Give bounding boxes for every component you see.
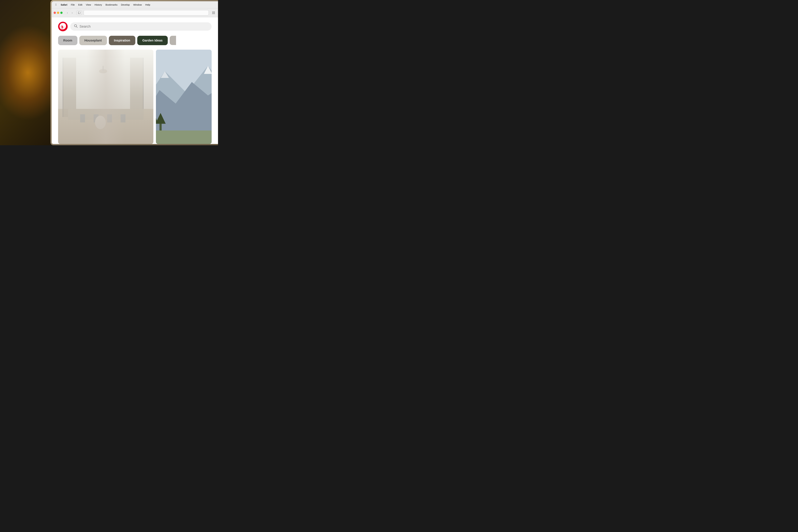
svg-point-2 bbox=[212, 12, 213, 12]
category-pill-inspiration[interactable]: Inspiration bbox=[109, 36, 135, 45]
svg-point-29 bbox=[95, 116, 106, 129]
landscape-image bbox=[156, 50, 212, 144]
svg-rect-20 bbox=[143, 58, 144, 117]
nav-buttons: ‹ › bbox=[65, 11, 74, 15]
svg-rect-15 bbox=[63, 58, 144, 122]
svg-point-6 bbox=[213, 13, 214, 13]
svg-rect-14 bbox=[58, 50, 153, 144]
svg-rect-19 bbox=[130, 58, 144, 117]
file-menu-item[interactable]: File bbox=[70, 3, 76, 7]
browser-toolbar: ‹ › bbox=[52, 8, 218, 17]
macos-menu-bar:  Safari File Edit View History Bookmark… bbox=[52, 1, 218, 8]
svg-rect-17 bbox=[63, 58, 76, 117]
svg-rect-23 bbox=[102, 66, 103, 71]
category-pill-partial bbox=[170, 36, 176, 45]
svg-rect-18 bbox=[63, 58, 63, 117]
svg-point-4 bbox=[214, 12, 215, 12]
monitor-bezel:  Safari File Edit View History Bookmark… bbox=[51, 0, 218, 145]
sidebar-toggle-button[interactable] bbox=[77, 11, 82, 15]
category-pill-garden-ideas[interactable]: Garden Ideas bbox=[137, 36, 168, 45]
browser-content: Search Room Houseplant Inspiration Garde… bbox=[52, 17, 218, 144]
history-menu-item[interactable]: History bbox=[93, 3, 103, 7]
grid-dots-icon bbox=[212, 11, 215, 14]
svg-rect-39 bbox=[156, 131, 212, 144]
svg-rect-26 bbox=[94, 114, 98, 122]
svg-rect-0 bbox=[78, 12, 80, 14]
traffic-lights bbox=[54, 12, 62, 14]
category-pill-room[interactable]: Room bbox=[58, 36, 77, 45]
develop-menu-item[interactable]: Develop bbox=[120, 3, 131, 7]
svg-rect-24 bbox=[68, 109, 144, 120]
minimize-button[interactable] bbox=[57, 12, 59, 14]
search-icon bbox=[74, 24, 78, 29]
maximize-button[interactable] bbox=[60, 12, 62, 14]
svg-point-8 bbox=[212, 14, 213, 14]
mac-frame:  Safari File Edit View History Bookmark… bbox=[0, 0, 218, 145]
search-placeholder-text: Search bbox=[79, 24, 91, 28]
safari-menu-item[interactable]: Safari bbox=[59, 3, 69, 7]
svg-rect-28 bbox=[121, 114, 126, 122]
image-card-landscape[interactable] bbox=[156, 50, 212, 144]
svg-rect-25 bbox=[80, 114, 85, 122]
svg-point-9 bbox=[213, 14, 214, 14]
monitor-screen-area:  Safari File Edit View History Bookmark… bbox=[52, 1, 218, 144]
address-bar[interactable] bbox=[83, 10, 209, 16]
screen:  Safari File Edit View History Bookmark… bbox=[52, 1, 218, 144]
apple-menu-item[interactable]:  bbox=[54, 3, 58, 7]
image-grid bbox=[52, 49, 218, 144]
svg-point-5 bbox=[212, 13, 213, 13]
pinterest-logo bbox=[58, 22, 68, 31]
category-row: Room Houseplant Inspiration Garden Ideas bbox=[52, 35, 218, 49]
svg-rect-21 bbox=[76, 58, 130, 109]
tab-grid-button[interactable] bbox=[211, 11, 216, 15]
forward-button[interactable]: › bbox=[70, 11, 74, 15]
window-menu-item[interactable]: Window bbox=[132, 3, 143, 7]
svg-point-10 bbox=[214, 14, 215, 14]
svg-line-13 bbox=[76, 26, 77, 27]
svg-rect-16 bbox=[58, 109, 153, 144]
edit-menu-item[interactable]: Edit bbox=[77, 3, 83, 7]
view-menu-item[interactable]: View bbox=[84, 3, 92, 7]
help-menu-item[interactable]: Help bbox=[144, 3, 151, 7]
sidebar-icon bbox=[78, 12, 80, 14]
svg-point-7 bbox=[214, 13, 215, 13]
bookmarks-menu-item[interactable]: Bookmarks bbox=[104, 3, 119, 7]
pinterest-header: Search bbox=[52, 17, 218, 35]
search-bar[interactable]: Search bbox=[70, 22, 212, 31]
close-button[interactable] bbox=[54, 12, 56, 14]
image-card-kitchen[interactable] bbox=[58, 50, 153, 144]
forward-icon: › bbox=[72, 12, 73, 14]
svg-rect-27 bbox=[107, 114, 112, 122]
svg-point-22 bbox=[99, 69, 107, 73]
svg-point-3 bbox=[213, 12, 214, 12]
category-pill-houseplant[interactable]: Houseplant bbox=[79, 36, 107, 45]
back-icon: ‹ bbox=[67, 12, 68, 14]
kitchen-image bbox=[58, 50, 153, 144]
back-button[interactable]: ‹ bbox=[65, 11, 70, 15]
